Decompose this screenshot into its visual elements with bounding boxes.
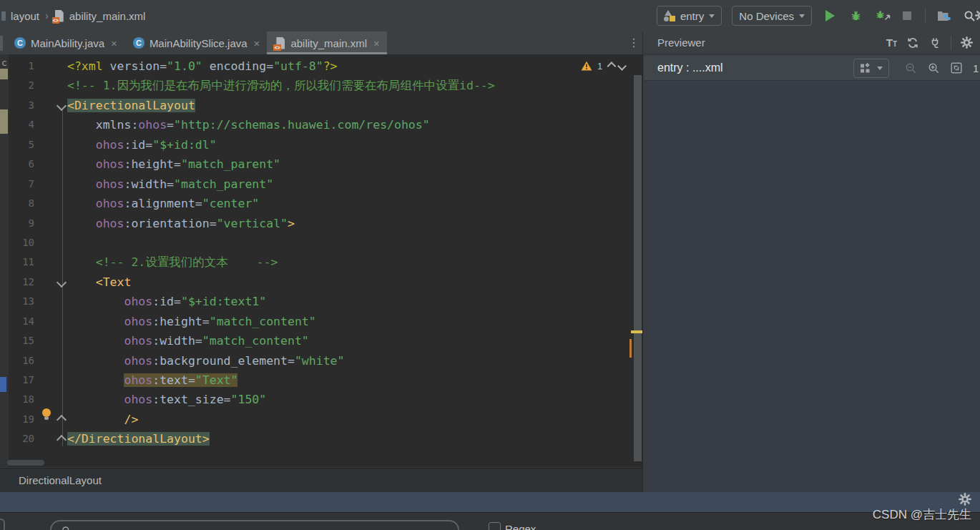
line-number: 13 [9, 292, 34, 311]
ide-window: layout › <> ability_main.xml entry No De… [0, 0, 980, 530]
previewer-panel: entry : ....xml 1 Phone (medium) ••• [642, 54, 980, 492]
debug-button[interactable] [848, 8, 863, 24]
fold-marker-icon[interactable] [57, 278, 67, 288]
close-tab-icon[interactable]: × [111, 37, 117, 49]
fold-end-marker-icon[interactable] [57, 415, 67, 425]
code-line[interactable] [67, 233, 625, 252]
code-line[interactable]: <Text [67, 273, 625, 292]
tab-options-kebab-icon[interactable]: ⋮ [628, 33, 638, 53]
intention-bulb-icon[interactable] [41, 408, 52, 421]
xml-file-icon: <> [275, 37, 285, 49]
breadcrumb-tag[interactable]: DirectionalLayout [19, 474, 102, 486]
horizontal-scrollbar-thumb[interactable] [7, 460, 44, 466]
java-class-icon: C [133, 37, 144, 49]
clipped-settings-icon[interactable] [975, 9, 980, 22]
play-icon [825, 10, 835, 21]
line-number: 3 [9, 96, 34, 115]
code-editor[interactable]: c 1234567891011121314151617181920 <?xml … [0, 54, 642, 468]
line-number: 17 [9, 370, 34, 390]
fold-end-marker-icon[interactable] [57, 434, 67, 444]
code-line[interactable]: ohos:orientation="vertical"> [67, 214, 625, 233]
xml-file-icon: <> [54, 10, 64, 22]
code-line[interactable]: <?xml version="1.0" encoding="utf-8"?> [67, 57, 625, 76]
warning-icon [581, 61, 592, 71]
code-line[interactable]: ohos:alignment="center" [67, 194, 625, 213]
device-file-browser-button[interactable] [936, 8, 951, 24]
code-line[interactable]: <!-- 1.因为我们是在布局中进行滑动的，所以我们需要在布局组件中设置id--… [67, 76, 625, 95]
code-line[interactable]: ohos:height="match_parent" [67, 154, 625, 174]
device-selector-dropdown[interactable]: No Devices [732, 6, 812, 26]
clipped-folder-icon [1, 11, 6, 21]
chevron-down-icon [799, 14, 805, 18]
java-class-icon: C [14, 37, 26, 49]
tab-ability_main.xml[interactable]: <>ability_main.xml× [267, 31, 386, 54]
line-number: 18 [9, 390, 34, 409]
next-warning-icon[interactable] [617, 62, 627, 71]
close-tab-icon[interactable]: × [373, 37, 380, 49]
scrollbar-warning-stripe [629, 339, 632, 358]
regex-checkbox[interactable] [489, 522, 501, 530]
search-icon [62, 526, 72, 530]
scrollbar-highlight-mark [631, 330, 643, 333]
previewer-settings-gear-icon[interactable] [961, 36, 973, 49]
attach-debugger-button[interactable] [873, 8, 889, 24]
code-line[interactable]: /> [67, 410, 625, 429]
prev-warning-icon[interactable] [607, 62, 617, 71]
run-toolbar: entry No Devices [657, 0, 980, 31]
search-input[interactable] [50, 520, 459, 530]
grid-icon [860, 63, 871, 74]
module-selector-dropdown[interactable]: entry [657, 6, 722, 26]
editor-scrollbar[interactable] [634, 75, 642, 461]
code-line[interactable]: <!-- 2.设置我们的文本 --> [67, 252, 625, 272]
code-line[interactable]: </DirectionalLayout> [67, 429, 625, 448]
line-number: 8 [9, 194, 34, 213]
inspector-plug-icon[interactable] [928, 36, 941, 49]
code-line[interactable]: ohos:width="match_parent" [67, 175, 625, 194]
preview-layout-dropdown[interactable] [853, 59, 889, 78]
fold-column [34, 57, 67, 449]
code-line[interactable]: ohos:text_size="150" [67, 390, 625, 409]
run-button[interactable] [822, 8, 838, 24]
breadcrumb: layout › <> ability_main.xml [0, 0, 145, 31]
tab-MainAbility.java[interactable]: CMainAbility.java× [6, 31, 124, 54]
zoom-in-icon[interactable] [928, 62, 940, 74]
code-line[interactable]: ohos:id="$+id:dl" [67, 135, 625, 154]
inspection-widget[interactable]: 1 [581, 59, 641, 72]
line-number: 14 [9, 312, 34, 331]
font-settings-icon[interactable]: TT [886, 36, 897, 49]
tab-MainAbilitySlice.java[interactable]: CMainAbilitySlice.java× [124, 31, 268, 54]
line-number: 20 [9, 429, 34, 448]
header-divider [951, 36, 951, 50]
line-number: 9 [9, 214, 34, 233]
code-line[interactable]: ohos:height="match_content" [67, 312, 625, 331]
top-navigation-bar: layout › <> ability_main.xml entry No De… [0, 0, 980, 32]
chevron-down-icon [877, 67, 883, 70]
stop-icon [903, 11, 911, 20]
stop-button[interactable] [899, 8, 915, 24]
code-line[interactable]: xmlns:ohos="http://schemas.huawei.com/re… [67, 115, 625, 134]
fit-to-screen-icon[interactable] [951, 62, 962, 74]
line-number: 4 [9, 115, 34, 134]
strip-mark [0, 109, 8, 134]
code-area[interactable]: <?xml version="1.0" encoding="utf-8"?><!… [67, 57, 625, 449]
gutter-numbers: 1234567891011121314151617181920 [9, 57, 34, 449]
zoom-out-icon[interactable] [905, 62, 917, 74]
close-tab-icon[interactable]: × [254, 37, 260, 49]
code-line[interactable]: ohos:background_element="white" [67, 351, 625, 370]
fold-marker-icon[interactable] [57, 101, 67, 111]
refresh-icon[interactable] [906, 36, 919, 49]
strip-mark [0, 69, 8, 79]
breadcrumb-folder[interactable]: layout [11, 10, 39, 22]
module-icon [664, 10, 675, 21]
warning-count: 1 [597, 61, 602, 72]
breadcrumb-file[interactable]: ability_main.xml [69, 10, 146, 22]
zoom-level-clipped: 1 [973, 62, 980, 74]
xml-breadcrumb-bar: DirectionalLayout [0, 468, 642, 492]
tab-bar-tabs: CMainAbility.java×CMainAbilitySlice.java… [6, 31, 387, 54]
code-line[interactable]: ohos:text="Text" [67, 370, 625, 390]
code-line[interactable]: ohos:width="match_content" [67, 331, 625, 350]
code-line[interactable]: <DirectionalLayout [67, 96, 625, 115]
line-number: 15 [9, 331, 34, 350]
bug-icon [850, 10, 862, 22]
code-line[interactable]: ohos:id="$+id:text1" [67, 292, 625, 311]
